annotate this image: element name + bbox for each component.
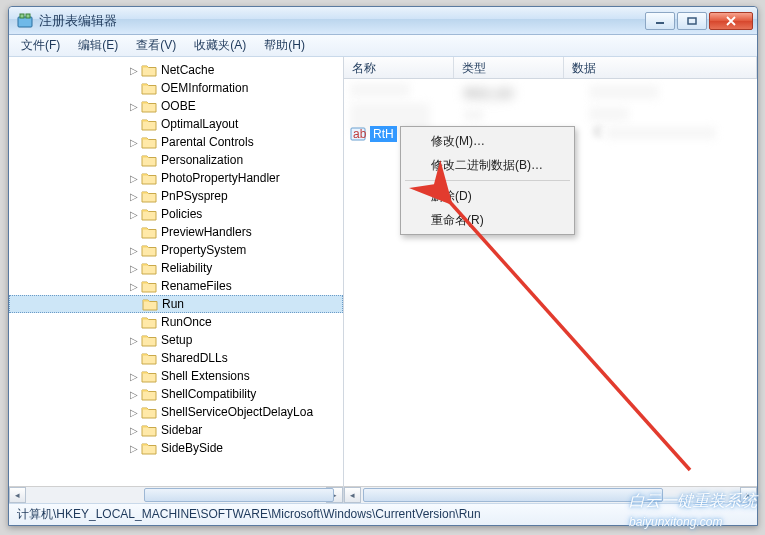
ctx-modify-binary[interactable]: 修改二进制数据(B)…	[403, 153, 572, 177]
tree-node-netcache[interactable]: ▷NetCache	[9, 61, 343, 79]
tree-label: PhotoPropertyHandler	[161, 171, 280, 185]
menu-file[interactable]: 文件(F)	[13, 35, 68, 56]
expand-icon[interactable]: ·	[127, 83, 141, 94]
tree-node-personalization[interactable]: ·Personalization	[9, 151, 343, 169]
tree-label: Personalization	[161, 153, 243, 167]
titlebar[interactable]: 注册表编辑器	[9, 7, 757, 35]
tree-node-previewhandlers[interactable]: ·PreviewHandlers	[9, 223, 343, 241]
status-path: 计算机\HKEY_LOCAL_MACHINE\SOFTWARE\Microsof…	[17, 506, 481, 523]
svg-rect-1	[20, 14, 24, 18]
ctx-modify[interactable]: 修改(M)…	[403, 129, 572, 153]
ctx-rename[interactable]: 重命名(R)	[403, 208, 572, 232]
tree-label: SharedDLLs	[161, 351, 228, 365]
tree-node-renamefiles[interactable]: ▷RenameFiles	[9, 277, 343, 295]
maximize-button[interactable]	[677, 12, 707, 30]
tree-label: RenameFiles	[161, 279, 232, 293]
tree-label: PropertySystem	[161, 243, 246, 257]
tree-label: OOBE	[161, 99, 196, 113]
tree-label: Reliability	[161, 261, 212, 275]
expand-icon[interactable]: ▷	[127, 425, 141, 436]
regedit-icon	[17, 13, 33, 29]
expand-icon[interactable]: ▷	[127, 191, 141, 202]
context-menu: 修改(M)… 修改二进制数据(B)… 删除(D) 重命名(R)	[400, 126, 575, 235]
expand-icon[interactable]: ▷	[127, 407, 141, 418]
svg-text:ab: ab	[353, 127, 366, 141]
expand-icon[interactable]: ▷	[127, 335, 141, 346]
regedit-window: 注册表编辑器 文件(F) 编辑(E) 查看(V) 收藏夹(A) 帮助(H) ▷N…	[8, 6, 758, 526]
tree-node-sidebyside[interactable]: ▷SideBySide	[9, 439, 343, 457]
tree-node-reliability[interactable]: ▷Reliability	[9, 259, 343, 277]
col-data[interactable]: 数据	[564, 57, 757, 78]
scroll-thumb[interactable]	[363, 488, 663, 502]
col-name[interactable]: 名称	[344, 57, 454, 78]
expand-icon[interactable]: ▷	[127, 263, 141, 274]
tree-label: Parental Controls	[161, 135, 254, 149]
tree-label: RunOnce	[161, 315, 212, 329]
svg-rect-2	[26, 14, 30, 18]
expand-icon[interactable]: ·	[127, 317, 141, 328]
expand-icon[interactable]: ▷	[127, 137, 141, 148]
tree-label: Sidebar	[161, 423, 202, 437]
expand-icon[interactable]: ▷	[127, 65, 141, 76]
tree-node-oobe[interactable]: ▷OOBE	[9, 97, 343, 115]
tree-label: OEMInformation	[161, 81, 248, 95]
tree-node-parental-controls[interactable]: ▷Parental Controls	[9, 133, 343, 151]
string-value-icon: ab	[350, 126, 366, 142]
expand-icon[interactable]: ▷	[127, 443, 141, 454]
tree-node-shell-extensions[interactable]: ▷Shell Extensions	[9, 367, 343, 385]
tree-node-sidebar[interactable]: ▷Sidebar	[9, 421, 343, 439]
tree-node-shellcompatibility[interactable]: ▷ShellCompatibility	[9, 385, 343, 403]
tree-node-runonce[interactable]: ·RunOnce	[9, 313, 343, 331]
scroll-left-icon[interactable]: ◂	[344, 487, 361, 503]
expand-icon[interactable]: ·	[128, 299, 142, 310]
expand-icon[interactable]: ▷	[127, 371, 141, 382]
expand-icon[interactable]: ▷	[127, 245, 141, 256]
tree-node-oeminformation[interactable]: ·OEMInformation	[9, 79, 343, 97]
menu-edit[interactable]: 编辑(E)	[70, 35, 126, 56]
expand-icon[interactable]: ·	[127, 353, 141, 364]
tree-node-policies[interactable]: ▷Policies	[9, 205, 343, 223]
scroll-thumb[interactable]	[144, 488, 334, 502]
tree-content[interactable]: ▷NetCache·OEMInformation▷OOBE·OptimalLay…	[9, 57, 343, 486]
minimize-button[interactable]	[645, 12, 675, 30]
close-button[interactable]	[709, 12, 753, 30]
tree-label: Setup	[161, 333, 192, 347]
expand-icon[interactable]: ▷	[127, 281, 141, 292]
blurred-value	[350, 83, 410, 97]
menu-fav[interactable]: 收藏夹(A)	[186, 35, 254, 56]
tree-node-setup[interactable]: ▷Setup	[9, 331, 343, 349]
tree-node-propertysystem[interactable]: ▷PropertySystem	[9, 241, 343, 259]
menu-help[interactable]: 帮助(H)	[256, 35, 313, 56]
menubar: 文件(F) 编辑(E) 查看(V) 收藏夹(A) 帮助(H)	[9, 35, 757, 57]
tree-node-run[interactable]: ·Run	[9, 295, 343, 313]
tree-node-shellserviceobjectdelayloa[interactable]: ▷ShellServiceObjectDelayLoa	[9, 403, 343, 421]
tree-label: PreviewHandlers	[161, 225, 252, 239]
column-headers[interactable]: 名称 类型 数据	[344, 57, 757, 79]
expand-icon[interactable]: ·	[127, 155, 141, 166]
tree-node-optimallayout[interactable]: ·OptimalLayout	[9, 115, 343, 133]
tree-node-photopropertyhandler[interactable]: ▷PhotoPropertyHandler	[9, 169, 343, 187]
scroll-left-icon[interactable]: ◂	[9, 487, 26, 503]
value-data-cell: C	[594, 125, 716, 139]
expand-icon[interactable]: ▷	[127, 101, 141, 112]
tree-label: NetCache	[161, 63, 214, 77]
tree-node-pnpsysprep[interactable]: ▷PnPSysprep	[9, 187, 343, 205]
tree-hscroll[interactable]: ◂ ▸	[9, 486, 343, 503]
window-title: 注册表编辑器	[39, 12, 645, 30]
expand-icon[interactable]: ·	[127, 119, 141, 130]
col-type[interactable]: 类型	[454, 57, 564, 78]
client-area: ▷NetCache·OEMInformation▷OOBE·OptimalLay…	[9, 57, 757, 503]
expand-icon[interactable]: ▷	[127, 389, 141, 400]
menu-view[interactable]: 查看(V)	[128, 35, 184, 56]
tree-node-shareddlls[interactable]: ·SharedDLLs	[9, 349, 343, 367]
expand-icon[interactable]: ·	[127, 227, 141, 238]
tree-label: SideBySide	[161, 441, 223, 455]
ctx-delete[interactable]: 删除(D)	[403, 184, 572, 208]
blurred-data	[589, 107, 629, 121]
blurred-data	[589, 85, 659, 99]
tree-pane: ▷NetCache·OEMInformation▷OOBE·OptimalLay…	[9, 57, 344, 503]
ctx-separator	[405, 180, 570, 181]
expand-icon[interactable]: ▷	[127, 209, 141, 220]
expand-icon[interactable]: ▷	[127, 173, 141, 184]
value-row-selected[interactable]: ab RtH	[344, 125, 397, 143]
